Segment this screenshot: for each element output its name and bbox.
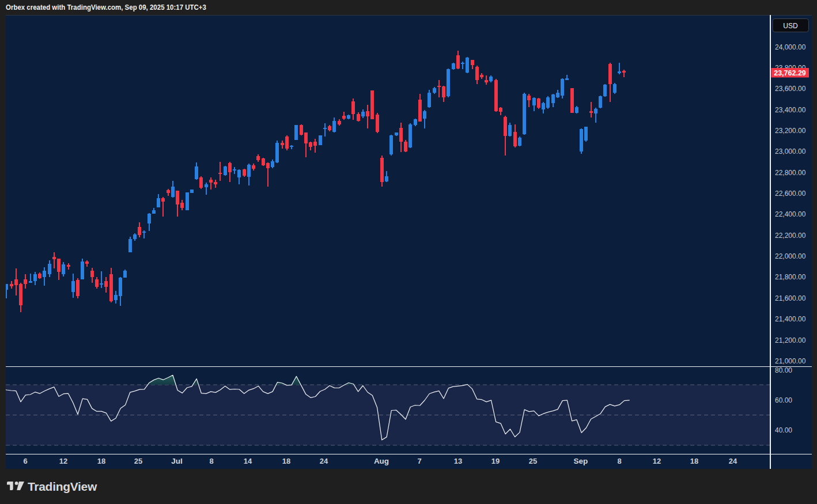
svg-text:USD: USD — [783, 22, 798, 30]
svg-text:21,000.00: 21,000.00 — [775, 357, 806, 365]
svg-text:23,200.00: 23,200.00 — [775, 127, 806, 135]
svg-text:23,000.00: 23,000.00 — [775, 147, 806, 156]
svg-text:23,600.00: 23,600.00 — [775, 85, 806, 93]
svg-text:23,400.00: 23,400.00 — [775, 106, 806, 114]
svg-text:24,000.00: 24,000.00 — [775, 43, 806, 51]
svg-text:25: 25 — [134, 457, 142, 465]
svg-text:24: 24 — [320, 457, 328, 465]
svg-text:TradingView: TradingView — [28, 482, 97, 493]
svg-text:60.00: 60.00 — [775, 396, 792, 404]
svg-text:80.00: 80.00 — [775, 366, 792, 374]
svg-text:22,200.00: 22,200.00 — [775, 232, 806, 240]
svg-text:22,600.00: 22,600.00 — [775, 190, 806, 198]
svg-text:22,000.00: 22,000.00 — [775, 252, 806, 260]
svg-text:19: 19 — [491, 457, 500, 465]
svg-text:21,400.00: 21,400.00 — [775, 315, 806, 323]
svg-text:25: 25 — [529, 457, 537, 465]
svg-text:Sep: Sep — [574, 457, 588, 465]
svg-text:18: 18 — [97, 457, 105, 465]
svg-text:6: 6 — [23, 457, 27, 465]
svg-text:24: 24 — [729, 457, 737, 465]
svg-text:18: 18 — [282, 457, 290, 465]
svg-text:Jul: Jul — [171, 457, 183, 465]
svg-text:13: 13 — [454, 457, 462, 465]
svg-text:14: 14 — [244, 457, 252, 465]
svg-text:8: 8 — [209, 457, 213, 465]
svg-text:21,600.00: 21,600.00 — [775, 294, 806, 302]
svg-text:7: 7 — [417, 457, 421, 465]
svg-text:22,800.00: 22,800.00 — [775, 169, 806, 177]
svg-text:8: 8 — [617, 457, 621, 465]
svg-text:40.00: 40.00 — [775, 426, 792, 434]
svg-text:21,200.00: 21,200.00 — [775, 336, 806, 344]
svg-text:18: 18 — [690, 457, 698, 465]
svg-text:23,762.29: 23,762.29 — [774, 69, 806, 77]
svg-text:Aug: Aug — [374, 457, 389, 465]
svg-text:12: 12 — [653, 457, 661, 465]
svg-text:12: 12 — [59, 457, 67, 465]
svg-text:22,400.00: 22,400.00 — [775, 210, 806, 218]
svg-text:21,800.00: 21,800.00 — [775, 273, 806, 281]
